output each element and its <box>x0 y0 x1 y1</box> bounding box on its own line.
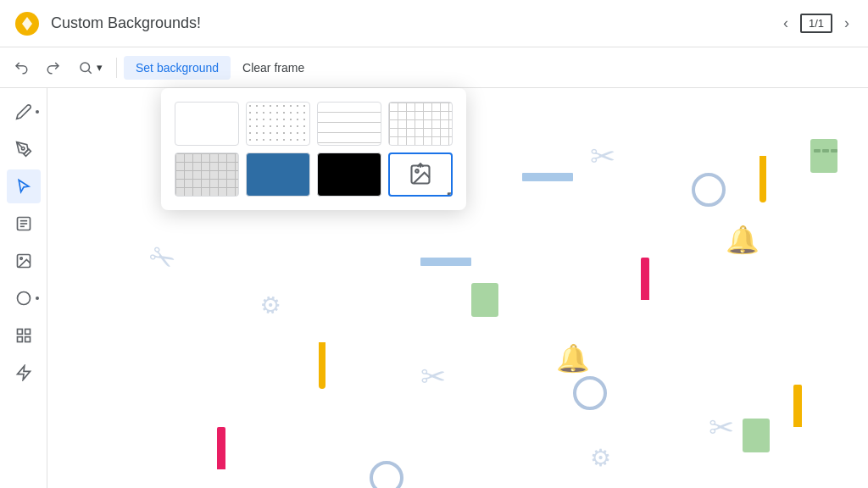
clear-frame-button[interactable]: Clear frame <box>234 56 313 80</box>
deco-brush-2 <box>319 342 326 389</box>
undo-button[interactable] <box>7 55 36 80</box>
sidebar-item-frame[interactable] <box>7 319 41 352</box>
upload-image-icon <box>409 163 432 186</box>
app-title: Custom Backgrounds! <box>51 14 768 32</box>
sidebar-item-pen[interactable] <box>7 95 41 129</box>
svg-point-17 <box>415 169 419 173</box>
next-slide-button[interactable]: › <box>839 9 854 37</box>
cursor-icon: ↖ <box>445 186 453 197</box>
svg-rect-12 <box>25 330 30 335</box>
svg-rect-14 <box>25 337 30 342</box>
sidebar-item-select[interactable] <box>7 169 41 203</box>
background-options-grid: ↖ <box>175 102 453 197</box>
sidebar-item-lightning[interactable] <box>7 356 41 390</box>
deco-scissors-2: ✂ <box>142 236 182 280</box>
toolbar-separator <box>116 58 117 78</box>
svg-marker-15 <box>17 366 30 380</box>
deco-compass-2: ⚙ <box>590 444 611 472</box>
svg-rect-11 <box>17 330 22 335</box>
background-panel: ↖ <box>161 88 466 210</box>
deco-ruler-2 <box>522 173 573 181</box>
sidebar-item-shape[interactable] <box>7 281 41 315</box>
deco-scissors-5: ✂ <box>709 410 734 446</box>
deco-calc-3 <box>743 419 770 452</box>
expand-indicator-shape <box>36 297 39 300</box>
deco-magnify-3 <box>370 461 403 488</box>
prev-slide-button[interactable]: ‹ <box>778 9 793 37</box>
toolbar: ▾ Set background Clear frame <box>0 47 868 88</box>
svg-point-1 <box>81 63 90 72</box>
svg-point-9 <box>19 258 21 260</box>
sidebar-item-image[interactable] <box>7 244 41 278</box>
bg-option-plain[interactable] <box>175 102 239 146</box>
zoom-button[interactable]: ▾ <box>71 55 109 80</box>
app-logo <box>14 10 41 37</box>
bg-option-grid[interactable] <box>388 102 453 146</box>
deco-magnify-1 <box>692 173 726 207</box>
deco-calc-2 <box>471 283 498 317</box>
bg-option-dots[interactable] <box>246 102 310 146</box>
bg-option-black[interactable] <box>317 152 381 197</box>
deco-pencil-4 <box>793 385 802 427</box>
deco-bell-3: 🔔 <box>726 224 760 256</box>
header: Custom Backgrounds! ‹ 1/1 › <box>0 0 868 47</box>
deco-bell-2: 🔔 <box>556 342 590 374</box>
nav-controls: ‹ 1/1 › <box>778 9 854 37</box>
deco-magnify-2 <box>573 376 607 410</box>
sidebar <box>0 88 47 488</box>
expand-indicator <box>36 110 39 114</box>
deco-compass-1: ⚙ <box>255 289 285 323</box>
deco-brush-1 <box>760 156 766 202</box>
bg-option-blue[interactable] <box>246 152 310 197</box>
bg-option-lines[interactable] <box>317 102 381 146</box>
deco-pencil-3 <box>641 258 649 300</box>
sidebar-item-text[interactable] <box>7 207 41 241</box>
deco-scissors-4: ✂ <box>590 139 615 175</box>
svg-point-3 <box>21 147 24 150</box>
sidebar-item-paint[interactable] <box>7 132 41 166</box>
redo-button[interactable] <box>39 55 68 80</box>
svg-line-2 <box>88 70 91 73</box>
deco-pencil-2 <box>217 427 225 469</box>
set-background-button[interactable]: Set background <box>124 56 231 80</box>
deco-ruler-1 <box>420 258 471 266</box>
bg-option-gray-grid[interactable] <box>175 152 239 197</box>
svg-point-10 <box>17 292 30 305</box>
deco-calc-1 <box>810 139 837 173</box>
slide-indicator: 1/1 <box>800 14 832 33</box>
bg-option-upload[interactable]: ↖ <box>388 152 453 197</box>
deco-scissors-3: ✂ <box>420 359 446 395</box>
svg-rect-13 <box>17 337 22 342</box>
